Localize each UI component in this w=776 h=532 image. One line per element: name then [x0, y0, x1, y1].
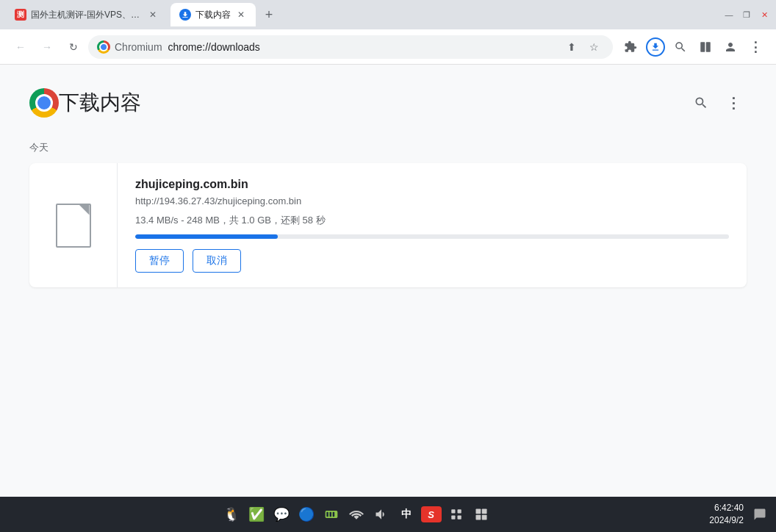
- svg-rect-8: [457, 509, 461, 513]
- tab1-title: 国外主机测评-国外VPS、国...: [31, 9, 143, 21]
- tab-inactive[interactable]: 测 国外主机测评-国外VPS、国... ✕: [6, 3, 168, 26]
- tab2-close[interactable]: ✕: [235, 9, 247, 21]
- progress-bar-fill: [135, 234, 278, 239]
- taskbar-datetime: 6:42:40 2024/9/2: [709, 502, 744, 527]
- window-controls: — ❐ ✕: [723, 9, 770, 21]
- taskbar-gpu-icon[interactable]: [321, 504, 342, 525]
- download-circle-icon: [646, 37, 665, 57]
- taskbar-wechat-icon[interactable]: 💬: [271, 504, 292, 525]
- taskbar-icons: 🐧 ✅ 💬 🔵 中 S: [6, 504, 706, 525]
- download-filename: zhujiceping.com.bin: [135, 178, 729, 191]
- cancel-button[interactable]: 取消: [193, 249, 241, 273]
- page-header: 下载内容 ⋮: [29, 88, 747, 118]
- download-card: zhujiceping.com.bin http://194.36.27.43/…: [29, 163, 747, 287]
- svg-rect-7: [451, 509, 455, 513]
- taskbar-bluetooth-icon[interactable]: 🔵: [296, 504, 317, 525]
- downloads-icon[interactable]: [644, 35, 667, 59]
- progress-bar: [135, 234, 729, 239]
- page-title: 下载内容: [59, 89, 141, 117]
- svg-rect-0: [182, 17, 188, 18]
- downloads-page: zhujiceping.com 下载内容 ⋮ 今天 zhujiceping.co…: [0, 65, 776, 497]
- extension-icon[interactable]: [619, 35, 642, 59]
- page-chromium-icon: [29, 88, 59, 118]
- restore-button[interactable]: ❐: [741, 9, 752, 21]
- toolbar: ← → ↻ Chromium chrome://downloads ⬆ ☆: [0, 29, 776, 65]
- title-bar: 测 国外主机测评-国外VPS、国... ✕ 下载内容 ✕ + — ❐ ✕: [0, 0, 776, 29]
- taskbar-security-icon[interactable]: ✅: [246, 504, 267, 525]
- taskbar-date-text: 2024/9/2: [709, 514, 744, 527]
- tab1-close[interactable]: ✕: [147, 9, 159, 21]
- svg-rect-11: [475, 509, 481, 514]
- tab2-favicon: [179, 9, 191, 21]
- svg-rect-5: [329, 512, 331, 517]
- tab-downloads[interactable]: 下载内容 ✕: [170, 3, 256, 26]
- download-info: zhujiceping.com.bin http://194.36.27.43/…: [118, 163, 747, 287]
- pause-button[interactable]: 暂停: [135, 249, 184, 273]
- svg-rect-13: [475, 515, 481, 520]
- svg-rect-4: [326, 512, 328, 517]
- tab2-title: 下载内容: [195, 9, 231, 21]
- bookmark-icon[interactable]: ☆: [583, 37, 604, 57]
- taskbar-notification-icon[interactable]: [750, 504, 770, 525]
- svg-rect-2: [706, 42, 711, 52]
- taskbar-network-icon[interactable]: [346, 504, 367, 525]
- taskbar: 🐧 ✅ 💬 🔵 中 S 6:42:40: [0, 497, 776, 532]
- address-actions: ⬆ ☆: [561, 37, 604, 57]
- svg-rect-9: [451, 516, 455, 520]
- toolbar-actions: ⋮: [619, 35, 767, 59]
- taskbar-linux-icon[interactable]: 🐧: [221, 504, 242, 525]
- tab1-favicon: 测: [15, 9, 26, 21]
- taskbar-grid-icon[interactable]: [446, 504, 467, 525]
- taskbar-time-text: 6:42:40: [709, 502, 744, 514]
- address-bar[interactable]: Chromium chrome://downloads ⬆ ☆: [88, 35, 613, 59]
- url-text: chrome://downloads: [168, 41, 260, 53]
- reload-button[interactable]: ↻: [62, 35, 85, 59]
- page-header-actions: ⋮: [688, 90, 747, 116]
- taskbar-sogou-icon[interactable]: S: [421, 506, 442, 522]
- file-icon: [56, 204, 91, 248]
- download-status: 13.4 MB/s - 248 MB，共 1.0 GB，还剩 58 秒: [135, 214, 729, 227]
- site-favicon: [97, 40, 110, 54]
- profile-icon[interactable]: [719, 35, 742, 59]
- svg-rect-12: [481, 509, 486, 514]
- close-button[interactable]: ✕: [758, 9, 770, 21]
- download-actions: 暂停 取消: [135, 249, 729, 273]
- svg-rect-1: [700, 42, 705, 52]
- svg-rect-14: [481, 515, 486, 520]
- section-today-label: 今天: [29, 141, 747, 154]
- back-button[interactable]: ←: [9, 35, 32, 59]
- site-name: Chromium: [115, 41, 162, 53]
- minimize-button[interactable]: —: [723, 9, 735, 21]
- svg-rect-10: [457, 516, 461, 520]
- search-icon[interactable]: [669, 35, 692, 59]
- new-tab-button[interactable]: +: [259, 4, 279, 25]
- taskbar-input-method-icon[interactable]: 中: [396, 504, 417, 525]
- share-icon[interactable]: ⬆: [561, 37, 582, 57]
- page-menu-button[interactable]: ⋮: [720, 90, 747, 116]
- page-search-button[interactable]: [688, 90, 714, 116]
- download-file-icon-area: [29, 163, 118, 287]
- forward-button[interactable]: →: [35, 35, 59, 59]
- taskbar-right: 6:42:40 2024/9/2: [709, 502, 770, 527]
- download-url[interactable]: http://194.36.27.43/zhujiceping.com.bin: [135, 195, 729, 206]
- svg-rect-6: [332, 512, 334, 517]
- menu-icon[interactable]: ⋮: [744, 35, 767, 59]
- taskbar-windows-icon[interactable]: [471, 504, 492, 525]
- taskbar-volume-icon[interactable]: [371, 504, 392, 525]
- split-view-icon[interactable]: [694, 35, 717, 59]
